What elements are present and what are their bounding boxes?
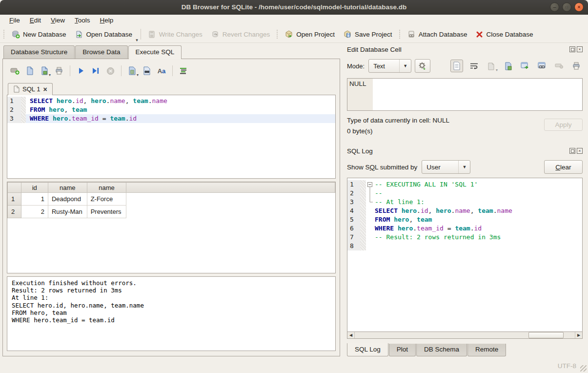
fold-marker-icon[interactable] xyxy=(366,180,375,189)
log-line[interactable]: 6WHERE hero.team_id = team.id xyxy=(347,224,582,233)
float-dock-icon[interactable] xyxy=(569,46,575,52)
close-database-button[interactable]: Close Database xyxy=(471,29,537,40)
execute-all-icon[interactable] xyxy=(75,65,87,77)
word-wrap-icon[interactable] xyxy=(467,60,480,72)
table-row[interactable]: 11DeadpondZ-Force xyxy=(8,193,335,206)
new-database-icon xyxy=(12,30,20,39)
table-row[interactable]: 22Rusty-ManPreventers xyxy=(8,206,335,218)
sql-toolbar: ▾ ▾ Aa xyxy=(7,62,336,80)
find-icon[interactable] xyxy=(141,65,153,77)
log-horizontal-scrollbar[interactable]: ◀ ▶ xyxy=(347,332,583,339)
format-sql-icon[interactable] xyxy=(177,65,190,77)
toolbar-grip[interactable] xyxy=(276,29,279,40)
sql-log-view[interactable]: 1-- EXECUTING ALL IN 'SQL 1'2--3-- At li… xyxy=(347,178,583,332)
column-header[interactable]: name xyxy=(87,183,126,193)
open-database-dropdown[interactable]: ▾ xyxy=(136,38,138,42)
column-header[interactable]: id xyxy=(21,183,48,193)
tab-database-structure[interactable]: Database Structure xyxy=(3,45,75,59)
cell[interactable]: Deadpond xyxy=(48,193,87,206)
print-icon[interactable] xyxy=(53,65,65,77)
dock-tab-sql-log[interactable]: SQL Log xyxy=(347,343,388,356)
sql-1-tab[interactable]: SQL 1 × xyxy=(8,83,53,95)
close-sql-tab-icon[interactable]: × xyxy=(43,86,47,93)
fold-marker-icon[interactable] xyxy=(366,198,375,207)
log-line[interactable]: 8 xyxy=(347,242,582,250)
replace-icon[interactable]: Aa xyxy=(155,65,168,77)
dock-tab-plot[interactable]: Plot xyxy=(389,344,416,356)
results-grid[interactable]: idnamename11DeadpondZ-Force22Rusty-ManPr… xyxy=(7,182,336,273)
resize-grip-icon[interactable] xyxy=(580,365,587,372)
apply-button: Apply xyxy=(544,119,583,131)
cell[interactable]: 1 xyxy=(21,193,48,206)
tab-browse-data[interactable]: Browse Data xyxy=(75,45,127,59)
menu-help[interactable]: Help xyxy=(96,16,118,25)
log-line[interactable]: 3-- At line 1: xyxy=(347,198,582,207)
menu-file[interactable]: File xyxy=(5,16,24,25)
log-line[interactable]: 5FROM hero, team xyxy=(347,215,582,224)
log-line[interactable]: 4SELECT hero.id, hero.name, team.name xyxy=(347,207,582,215)
menu-tools[interactable]: Tools xyxy=(70,16,95,25)
close-button[interactable]: × xyxy=(574,2,584,12)
open-project-button[interactable]: Open Project xyxy=(281,28,339,41)
menu-edit[interactable]: Edit xyxy=(25,16,45,25)
row-header[interactable]: 1 xyxy=(8,193,21,206)
cell-value: NULL xyxy=(349,80,366,87)
message-line: Result: 2 rows returned in 3ms xyxy=(12,287,331,294)
column-header[interactable]: name xyxy=(48,183,87,193)
dock-tab-db-schema[interactable]: DB Schema xyxy=(416,344,467,356)
open-external-icon[interactable] xyxy=(519,60,531,72)
window-title: DB Browser for SQLite - /home/user/code/… xyxy=(0,3,588,11)
scroll-left-icon[interactable]: ◀ xyxy=(347,332,355,338)
write-changes-icon xyxy=(148,30,156,39)
open-database-button[interactable]: Open Database xyxy=(71,28,137,41)
text-mode-icon[interactable] xyxy=(450,60,463,72)
export-results-icon[interactable]: ▾ xyxy=(126,65,139,77)
log-line[interactable]: 7-- Result: 2 rows returned in 3ms xyxy=(347,233,582,242)
app-window: DB Browser for SQLite - /home/user/code/… xyxy=(0,0,588,373)
cell[interactable]: 2 xyxy=(21,206,48,218)
editor-line[interactable]: 1SELECT hero.id, hero.name, team.name xyxy=(7,97,335,105)
auto-switch-mode-button[interactable] xyxy=(415,59,430,73)
float-dock-icon[interactable] xyxy=(569,148,575,154)
log-line[interactable]: 2-- xyxy=(347,189,582,198)
link-icon[interactable] xyxy=(536,60,548,72)
fold-marker-icon[interactable] xyxy=(366,189,375,198)
minimize-button[interactable]: – xyxy=(550,2,559,12)
attach-database-button[interactable]: Attach Database xyxy=(403,28,472,41)
export-data-icon[interactable] xyxy=(502,60,514,72)
clear-button[interactable]: Clear xyxy=(544,160,583,174)
mode-select[interactable]: Text ▼ xyxy=(368,59,411,73)
editor-line[interactable]: 3WHERE hero.team_id = team.id xyxy=(7,114,335,123)
sql-editor[interactable]: 1SELECT hero.id, hero.name, team.name2FR… xyxy=(7,95,336,179)
print-cell-icon[interactable] xyxy=(570,60,583,72)
tab-execute-sql[interactable]: Execute SQL xyxy=(128,45,182,59)
scroll-right-icon[interactable]: ▶ xyxy=(575,332,582,338)
main-toolbar: New Database Open Database ▾ Write Chang… xyxy=(0,26,588,43)
cell[interactable]: Preventers xyxy=(87,206,126,218)
maximize-button[interactable]: □ xyxy=(562,2,571,12)
new-database-label: New Database xyxy=(23,31,66,38)
cell-editor[interactable]: NULL xyxy=(347,78,583,111)
cell[interactable]: Rusty-Man xyxy=(48,206,87,218)
execute-line-icon[interactable] xyxy=(89,65,102,77)
toolbar-grip[interactable] xyxy=(398,29,402,40)
scrollbar-track[interactable] xyxy=(355,332,575,338)
menu-view[interactable]: View xyxy=(46,16,69,25)
dock-tab-remote[interactable]: Remote xyxy=(467,344,506,356)
log-line[interactable]: 1-- EXECUTING ALL IN 'SQL 1' xyxy=(347,180,582,189)
open-sql-file-icon[interactable] xyxy=(23,65,36,77)
editor-line[interactable]: 2FROM hero, team xyxy=(7,105,335,114)
toolbar-grip[interactable] xyxy=(2,29,6,40)
row-header[interactable]: 2 xyxy=(8,206,21,218)
save-project-button[interactable]: Save Project xyxy=(339,28,397,41)
save-sql-file-icon[interactable]: ▾ xyxy=(38,65,51,77)
cell[interactable]: Z-Force xyxy=(87,193,126,206)
new-sql-tab-icon[interactable] xyxy=(9,65,21,77)
close-dock-icon[interactable]: × xyxy=(577,148,583,154)
new-database-button[interactable]: New Database xyxy=(7,28,71,41)
mode-label: Mode: xyxy=(347,62,365,70)
write-changes-button: Write Changes xyxy=(143,28,207,41)
submitter-select[interactable]: User ▼ xyxy=(422,160,470,174)
scrollbar-thumb[interactable] xyxy=(528,332,564,338)
close-dock-icon[interactable]: × xyxy=(577,46,583,52)
